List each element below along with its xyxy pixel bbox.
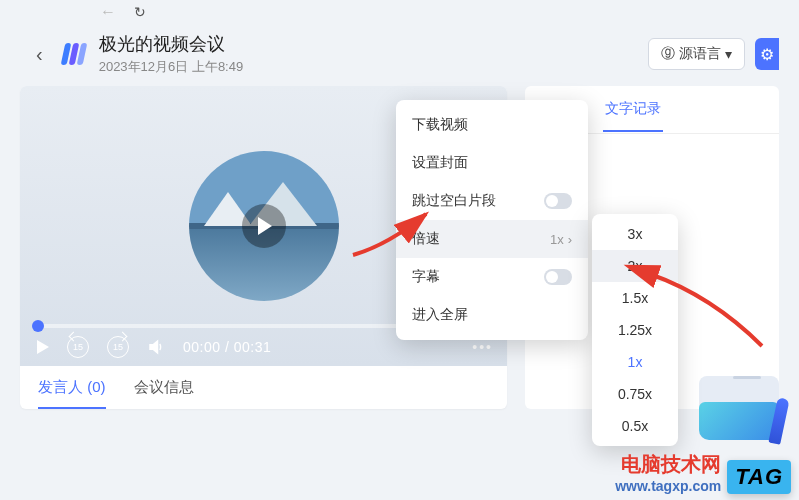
menu-playback-speed[interactable]: 倍速 1x›: [396, 220, 588, 258]
speed-option-1.25x[interactable]: 1.25x: [592, 314, 678, 346]
speed-option-0.75x[interactable]: 0.75x: [592, 378, 678, 410]
page-subtitle: 2023年12月6日 上午8:49: [99, 58, 244, 76]
tab-speakers[interactable]: 发言人 (0): [38, 378, 106, 409]
speed-submenu: 3x2x1.5x1.25x1x0.75x0.5x: [592, 214, 678, 446]
play-overlay-button[interactable]: [242, 204, 286, 248]
source-language-button[interactable]: ⓖ 源语言 ▾: [648, 38, 745, 70]
toggle-subtitle[interactable]: [544, 269, 572, 285]
speed-option-1x[interactable]: 1x: [592, 346, 678, 378]
page-title: 极光的视频会议: [99, 32, 244, 56]
nav-back-icon[interactable]: ←: [100, 3, 116, 21]
menu-download-video[interactable]: 下载视频: [396, 106, 588, 144]
tab-meeting-info[interactable]: 会议信息: [134, 378, 194, 409]
skip-back-15-button[interactable]: 15: [67, 336, 89, 358]
app-logo: [63, 43, 85, 65]
globe-icon: ⓖ: [661, 45, 675, 63]
watermark: 电脑技术网 www.tagxp.com TAG: [615, 451, 791, 494]
play-button[interactable]: [34, 340, 49, 354]
chevron-right-icon: ›: [568, 232, 572, 247]
tab-transcript[interactable]: 文字记录: [603, 88, 663, 132]
menu-fullscreen[interactable]: 进入全屏: [396, 296, 588, 334]
speed-option-0.5x[interactable]: 0.5x: [592, 410, 678, 442]
speed-option-3x[interactable]: 3x: [592, 218, 678, 250]
more-options-button[interactable]: •••: [472, 339, 493, 355]
volume-button[interactable]: [147, 338, 165, 356]
decorative-folder-icon: [699, 376, 779, 440]
gear-icon: ⚙: [760, 45, 774, 64]
back-button[interactable]: ‹: [36, 43, 43, 66]
menu-skip-blank[interactable]: 跳过空白片段: [396, 182, 588, 220]
speed-option-1.5x[interactable]: 1.5x: [592, 282, 678, 314]
toggle-skip-blank[interactable]: [544, 193, 572, 209]
menu-subtitle[interactable]: 字幕: [396, 258, 588, 296]
settings-button[interactable]: ⚙: [755, 38, 779, 70]
menu-set-cover[interactable]: 设置封面: [396, 144, 588, 182]
chevron-down-icon: ▾: [725, 46, 732, 62]
video-thumbnail: [189, 151, 339, 301]
skip-forward-15-button[interactable]: 15: [107, 336, 129, 358]
video-context-menu: 下载视频 设置封面 跳过空白片段 倍速 1x› 字幕 进入全屏: [396, 100, 588, 340]
speed-option-2x[interactable]: 2x: [592, 250, 678, 282]
reload-icon[interactable]: ↻: [134, 4, 146, 20]
time-display: 00:00 / 00:31: [183, 339, 271, 355]
